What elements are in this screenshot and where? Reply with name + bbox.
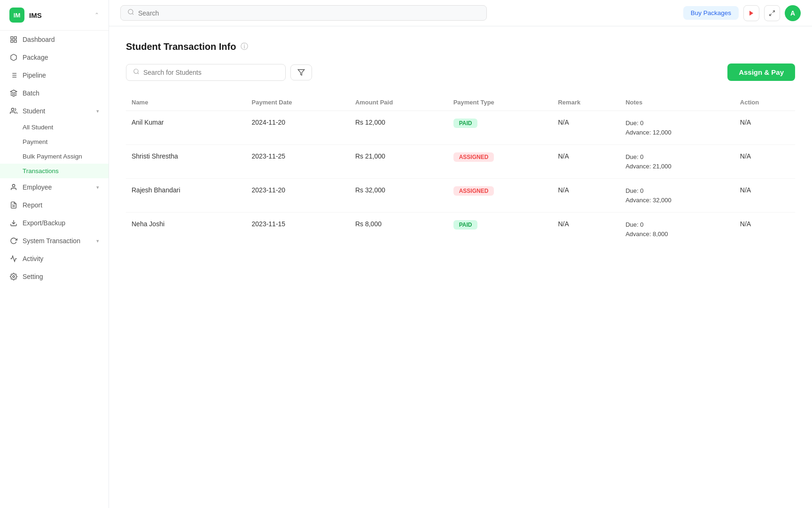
user-icon xyxy=(9,183,18,191)
svg-point-11 xyxy=(11,108,14,111)
sidebar-item-label: Export/Backup xyxy=(23,219,65,227)
col-header-action: Action xyxy=(734,94,795,111)
sidebar-logo[interactable]: IM IMS ⌃ xyxy=(0,0,109,31)
svg-line-18 xyxy=(132,13,133,15)
box-icon xyxy=(9,53,18,62)
cell-name: Shristi Shrestha xyxy=(126,145,246,179)
cell-remark: N/A xyxy=(552,145,620,179)
topbar: Buy Packages A xyxy=(109,0,812,26)
sidebar-item-activity[interactable]: Activity xyxy=(0,250,109,268)
chevron-down-icon: ▾ xyxy=(96,108,99,114)
sidebar-item-dashboard[interactable]: Dashboard xyxy=(0,31,109,48)
cell-amount-paid: Rs 21,000 xyxy=(350,145,448,179)
svg-marker-10 xyxy=(10,90,16,93)
student-search-input[interactable] xyxy=(143,69,279,76)
col-header-notes: Notes xyxy=(620,94,734,111)
content-area: Student Transaction Info ⓘ Assign & Pay … xyxy=(109,26,812,508)
info-icon[interactable]: ⓘ xyxy=(241,42,248,52)
cell-notes: Due: 0Advance: 32,000 xyxy=(620,179,734,213)
student-search-bar[interactable] xyxy=(126,64,286,81)
sidebar-item-export-backup[interactable]: Export/Backup xyxy=(0,214,109,232)
layers-icon xyxy=(9,89,18,97)
sidebar-item-batch[interactable]: Batch xyxy=(0,84,109,102)
table-row: Shristi Shrestha 2023-11-25 Rs 21,000 AS… xyxy=(126,145,795,179)
expand-icon-button[interactable] xyxy=(764,5,780,21)
assign-pay-button[interactable]: Assign & Pay xyxy=(727,64,795,81)
play-icon-button[interactable] xyxy=(743,5,759,21)
avatar[interactable]: A xyxy=(785,5,801,21)
sidebar-item-bulk-payment-assign[interactable]: Bulk Payment Assign xyxy=(0,149,109,164)
table-row: Neha Joshi 2023-11-15 Rs 8,000 PAID N/A … xyxy=(126,213,795,246)
sidebar-item-all-student[interactable]: All Student xyxy=(0,120,109,135)
cell-action: N/A xyxy=(734,213,795,246)
sidebar-item-label: Pipeline xyxy=(23,71,46,79)
cell-name: Neha Joshi xyxy=(126,213,246,246)
buy-packages-button[interactable]: Buy Packages xyxy=(683,6,739,20)
cell-amount-paid: Rs 12,000 xyxy=(350,111,448,145)
payment-type-badge: PAID xyxy=(453,119,478,128)
search-icon xyxy=(127,8,134,17)
sidebar-item-label: System Transaction xyxy=(23,237,80,245)
sidebar-item-payment[interactable]: Payment xyxy=(0,135,109,149)
sidebar-item-label: Batch xyxy=(23,89,39,97)
payment-type-badge: ASSIGNED xyxy=(453,152,494,162)
sidebar: IM IMS ⌃ Dashboard Package Pipeline Batc… xyxy=(0,0,109,508)
global-search-bar[interactable] xyxy=(120,5,487,21)
search-icon xyxy=(133,68,140,77)
sidebar-item-setting[interactable]: Setting xyxy=(0,268,109,286)
cell-payment-date: 2024-11-20 xyxy=(246,111,350,145)
logo-chevron-icon: ⌃ xyxy=(94,12,99,18)
payment-type-badge: PAID xyxy=(453,220,478,230)
settings-icon xyxy=(9,272,18,281)
users-icon xyxy=(9,107,18,115)
toolbar: Assign & Pay xyxy=(126,64,795,81)
sidebar-item-label: Dashboard xyxy=(23,36,55,43)
table-row: Rajesh Bhandari 2023-11-20 Rs 32,000 ASS… xyxy=(126,179,795,213)
sidebar-item-system-transaction[interactable]: System Transaction ▾ xyxy=(0,232,109,250)
col-header-name: Name xyxy=(126,94,246,111)
list-icon xyxy=(9,71,18,79)
cell-payment-date: 2023-11-25 xyxy=(246,145,350,179)
sidebar-item-label: Setting xyxy=(23,273,43,280)
cell-name: Anil Kumar xyxy=(126,111,246,145)
grid-icon xyxy=(9,35,18,44)
payment-type-badge: ASSIGNED xyxy=(453,186,494,196)
cell-remark: N/A xyxy=(552,179,620,213)
page-title: Student Transaction Info xyxy=(126,41,236,52)
sidebar-item-package[interactable]: Package xyxy=(0,48,109,66)
chevron-down-icon: ▾ xyxy=(96,238,99,244)
sidebar-item-report[interactable]: Report xyxy=(0,196,109,214)
sidebar-item-transactions[interactable]: Transactions xyxy=(0,164,109,178)
svg-line-21 xyxy=(770,14,772,16)
cell-amount-paid: Rs 8,000 xyxy=(350,213,448,246)
cell-notes: Due: 0Advance: 21,000 xyxy=(620,145,734,179)
sidebar-item-employee[interactable]: Employee ▾ xyxy=(0,178,109,196)
topbar-actions: Buy Packages A xyxy=(683,5,801,21)
logo-name: IMS xyxy=(29,11,42,19)
svg-rect-1 xyxy=(14,37,16,39)
cell-amount-paid: Rs 32,000 xyxy=(350,179,448,213)
svg-rect-2 xyxy=(11,40,13,42)
cell-notes: Due: 0Advance: 8,000 xyxy=(620,213,734,246)
svg-point-12 xyxy=(12,184,15,187)
col-header-payment-date: Payment Date xyxy=(246,94,350,111)
table-row: Anil Kumar 2024-11-20 Rs 12,000 PAID N/A… xyxy=(126,111,795,145)
svg-point-22 xyxy=(134,69,138,73)
activity-icon xyxy=(9,254,18,263)
cell-remark: N/A xyxy=(552,111,620,145)
cell-notes: Due: 0Advance: 12,000 xyxy=(620,111,734,145)
cell-remark: N/A xyxy=(552,213,620,246)
refresh-icon xyxy=(9,237,18,245)
logo-icon: IM xyxy=(9,8,24,23)
cell-action: N/A xyxy=(734,111,795,145)
cell-action: N/A xyxy=(734,145,795,179)
sidebar-item-label: Package xyxy=(23,54,48,61)
svg-point-17 xyxy=(128,9,133,14)
col-header-amount-paid: Amount Paid xyxy=(350,94,448,111)
filter-button[interactable] xyxy=(290,64,312,80)
chevron-down-icon: ▾ xyxy=(96,184,99,190)
svg-rect-3 xyxy=(14,40,16,42)
sidebar-item-student[interactable]: Student ▾ xyxy=(0,102,109,120)
search-input[interactable] xyxy=(138,9,480,17)
sidebar-item-pipeline[interactable]: Pipeline xyxy=(0,66,109,84)
